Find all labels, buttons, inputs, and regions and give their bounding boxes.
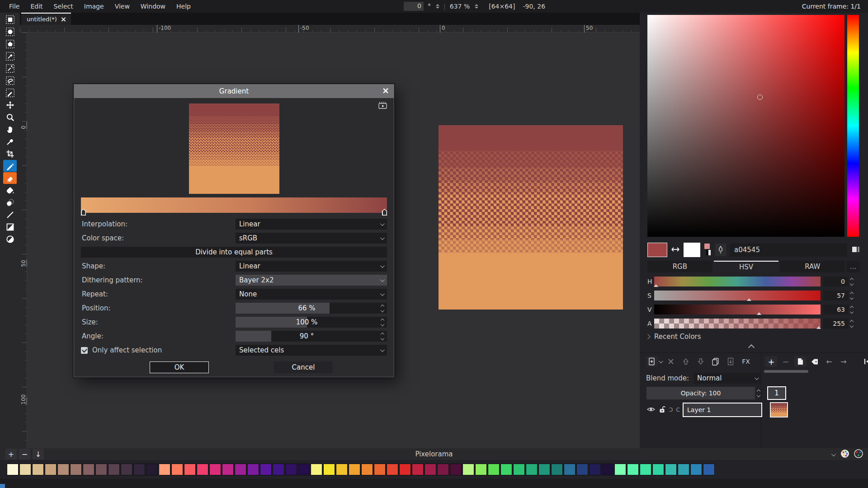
- interpolation-dropdown[interactable]: Linear: [236, 219, 387, 230]
- palette-swatch[interactable]: [488, 464, 500, 475]
- cancel-button[interactable]: Cancel: [274, 361, 333, 373]
- select-palette-icon[interactable]: [854, 449, 863, 460]
- canvas-artwork[interactable]: [439, 125, 623, 310]
- palette-swatch[interactable]: [475, 464, 487, 475]
- repeat-dropdown[interactable]: None: [236, 289, 387, 300]
- palette-swatch[interactable]: [387, 464, 398, 475]
- palette-swatch[interactable]: [462, 464, 474, 475]
- menu-view[interactable]: View: [109, 3, 135, 10]
- palette-swatch[interactable]: [589, 464, 601, 475]
- value-spinner[interactable]: [850, 306, 853, 313]
- dialog-close-icon[interactable]: ×: [382, 85, 389, 95]
- secondary-color-swatch[interactable]: [684, 243, 701, 257]
- palette-swatch[interactable]: [412, 464, 424, 475]
- hex-color-input[interactable]: [730, 243, 847, 257]
- ruler-horizontal[interactable]: -100-50050: [20, 25, 640, 33]
- rotation-input[interactable]: 0: [404, 2, 424, 11]
- eyedropper-button[interactable]: [715, 244, 726, 256]
- layer-lock-icon[interactable]: [659, 405, 666, 415]
- tool-select-by-color[interactable]: [3, 50, 17, 62]
- tool-rectangle-select[interactable]: [3, 14, 17, 25]
- color-space-dropdown[interactable]: sRGB: [236, 233, 387, 244]
- tool-shading[interactable]: [3, 197, 17, 208]
- saturation-value[interactable]: 57: [823, 291, 849, 300]
- move-frame-left-button[interactable]: ←: [823, 356, 835, 367]
- tool-rectangle[interactable]: [3, 221, 17, 233]
- cels-dropdown[interactable]: Selected cels: [236, 345, 387, 356]
- size-slider[interactable]: 100 %: [236, 317, 387, 328]
- tag-frame-button[interactable]: [809, 356, 821, 367]
- palette-swatch[interactable]: [437, 464, 449, 475]
- palette-swatch[interactable]: [349, 464, 360, 475]
- add-layer-menu-icon[interactable]: [659, 359, 663, 363]
- palette-swatch[interactable]: [209, 464, 221, 475]
- tool-zoom[interactable]: [3, 111, 17, 123]
- palette-swatch[interactable]: [235, 464, 246, 475]
- clone-layer-button[interactable]: [710, 356, 722, 367]
- ok-button[interactable]: OK: [150, 361, 209, 373]
- sv-cursor[interactable]: [757, 94, 763, 100]
- tool-polygon-select[interactable]: [3, 38, 17, 50]
- go-to-first-frame-button[interactable]: [861, 356, 868, 367]
- palette-swatch[interactable]: [576, 464, 588, 475]
- only-affect-selection-checkbox[interactable]: [81, 347, 88, 354]
- palette-swatch[interactable]: [247, 464, 259, 475]
- tool-line[interactable]: [3, 209, 17, 221]
- palette-swatch[interactable]: [273, 464, 284, 475]
- move-frame-right-button[interactable]: →: [838, 356, 849, 367]
- palette-swatch[interactable]: [526, 464, 538, 475]
- layer-fx-button[interactable]: FX: [740, 356, 752, 367]
- tab-raw[interactable]: RAW: [780, 261, 845, 272]
- palette-swatch[interactable]: [336, 464, 348, 475]
- notification-dot[interactable]: [0, 484, 5, 488]
- tab-close-icon[interactable]: ×: [61, 16, 66, 23]
- palette-swatch[interactable]: [564, 464, 576, 475]
- palette-swatch[interactable]: [285, 464, 297, 475]
- tool-ellipse[interactable]: [3, 233, 17, 245]
- menu-image[interactable]: Image: [79, 3, 109, 10]
- animate-properties-icon[interactable]: [378, 102, 387, 111]
- chevron-down-icon[interactable]: [831, 452, 836, 456]
- palette-swatch[interactable]: [222, 464, 234, 475]
- zoom-value[interactable]: 637 %: [450, 3, 470, 10]
- palette-swatch[interactable]: [538, 464, 550, 475]
- palette-swatch[interactable]: [500, 464, 512, 475]
- palette-swatch[interactable]: [425, 464, 436, 475]
- shape-dropdown[interactable]: Linear: [236, 261, 387, 272]
- palette-swatch[interactable]: [32, 464, 44, 475]
- angle-slider[interactable]: 90 °: [236, 331, 387, 342]
- recent-colors-expander[interactable]: Recent Colors: [646, 333, 701, 341]
- swap-colors-icon[interactable]: [670, 246, 681, 254]
- palette-swatch[interactable]: [83, 464, 94, 475]
- saturation-value-picker[interactable]: [647, 15, 844, 237]
- palette-swatch[interactable]: [690, 464, 702, 475]
- frame-number-button[interactable]: 1: [767, 386, 786, 400]
- palette-swatch[interactable]: [260, 464, 272, 475]
- primary-color-swatch[interactable]: [647, 243, 667, 257]
- add-layer-button[interactable]: [646, 356, 658, 367]
- opacity-spinner[interactable]: [757, 390, 760, 397]
- tool-paint-select[interactable]: [3, 87, 17, 99]
- menu-edit[interactable]: Edit: [25, 3, 48, 10]
- alpha-spinner[interactable]: [850, 320, 853, 327]
- position-spinner[interactable]: [378, 303, 387, 314]
- default-colors-icon[interactable]: [703, 243, 712, 257]
- timeline-scrollbar[interactable]: [764, 370, 808, 373]
- palette-swatch[interactable]: [70, 464, 82, 475]
- alpha-value[interactable]: 255: [823, 319, 849, 328]
- palette-swatch[interactable]: [108, 464, 120, 475]
- palette-swatch[interactable]: [361, 464, 373, 475]
- palette-swatch[interactable]: [298, 464, 310, 475]
- palette-swatch[interactable]: [146, 464, 158, 475]
- palette-swatch[interactable]: [159, 464, 170, 475]
- tool-pencil[interactable]: [3, 160, 17, 172]
- dithering-dropdown[interactable]: Bayer 2x2: [236, 275, 387, 286]
- palette-swatch[interactable]: [652, 464, 664, 475]
- saturation-slider[interactable]: [654, 291, 821, 300]
- menu-select[interactable]: Select: [48, 3, 79, 10]
- palette-swatch[interactable]: [45, 464, 57, 475]
- add-frame-button[interactable]: +: [765, 356, 777, 367]
- palette-swatch[interactable]: [19, 464, 31, 475]
- tool-ellipse-select[interactable]: [3, 26, 17, 38]
- ruler-vertical[interactable]: 050100: [20, 33, 27, 448]
